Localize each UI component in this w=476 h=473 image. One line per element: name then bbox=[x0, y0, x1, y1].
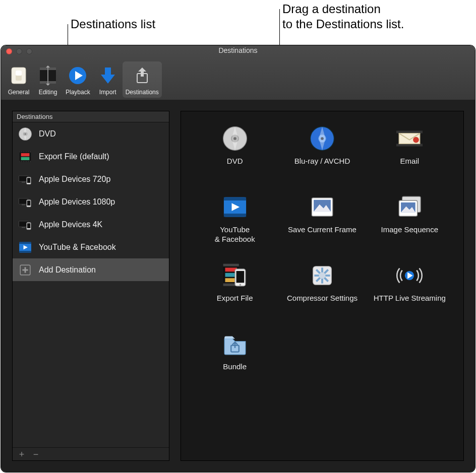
tab-label: General bbox=[8, 89, 30, 96]
palette-item-export-file[interactable]: Export File bbox=[191, 258, 278, 327]
tab-label: Editing bbox=[39, 89, 57, 96]
bluray-icon bbox=[308, 124, 336, 153]
callout-right-line2: to the Destinations list. bbox=[282, 17, 404, 31]
palette-item-label: DVD bbox=[227, 157, 243, 166]
dvd-icon bbox=[221, 124, 249, 153]
palette-item-label: Blu-ray / AVCHD bbox=[294, 157, 350, 166]
palette-item-dvd[interactable]: DVD bbox=[191, 121, 278, 190]
callout-right-line1: Drag a destination bbox=[282, 2, 381, 16]
palette-item-label: Image Sequence bbox=[381, 225, 438, 235]
callout-left: Destinations list bbox=[71, 17, 155, 31]
devices-icon bbox=[18, 217, 33, 232]
play-circle-icon bbox=[68, 65, 88, 86]
palette-item-label: Save Current Frame bbox=[288, 225, 356, 235]
sidebar-item-youtube-facebook[interactable]: YouTube & Facebook bbox=[13, 236, 169, 258]
sidebar-item-apple-720p[interactable]: Apple Devices 720p bbox=[13, 168, 169, 190]
folder-icon bbox=[221, 330, 249, 358]
remove-button[interactable]: − bbox=[32, 450, 40, 459]
sidebar-item-add-destination[interactable]: Add Destination bbox=[13, 258, 169, 281]
destinations-list-body: DVD Export File (default) Apple Devices … bbox=[13, 122, 169, 447]
palette-item-label: Email bbox=[400, 157, 420, 166]
content: Destinations DVD Export File (default) A… bbox=[1, 100, 475, 472]
destinations-list-footer: + − bbox=[13, 447, 169, 460]
sidebar-item-apple-4k[interactable]: Apple Devices 4K bbox=[13, 213, 169, 236]
film-device-icon bbox=[221, 261, 249, 290]
palette-item-bluray[interactable]: Blu-ray / AVCHD bbox=[278, 121, 366, 190]
sidebar-item-apple-1080p[interactable]: Apple Devices 1080p bbox=[13, 190, 169, 213]
video-play-icon bbox=[18, 240, 33, 255]
tab-label: Playback bbox=[66, 89, 90, 96]
window-title: Destinations bbox=[1, 46, 475, 54]
photo-icon bbox=[308, 193, 336, 221]
tab-label: Destinations bbox=[126, 89, 159, 96]
video-play-icon bbox=[221, 193, 249, 221]
switch-icon bbox=[9, 65, 29, 86]
filmstrip-icon bbox=[18, 149, 33, 164]
sidebar-item-label: Apple Devices 1080p bbox=[39, 197, 115, 207]
email-icon bbox=[395, 124, 424, 153]
plus-box-icon bbox=[18, 262, 33, 278]
sidebar-item-label: Apple Devices 720p bbox=[39, 175, 110, 184]
arrow-down-icon bbox=[98, 65, 118, 86]
tab-label: Import bbox=[99, 89, 116, 96]
palette-item-image-sequence[interactable]: Image Sequence bbox=[366, 190, 453, 258]
sidebar-item-label: YouTube & Facebook bbox=[39, 243, 116, 252]
palette-item-youtube-facebook[interactable]: YouTube & Facebook bbox=[191, 190, 278, 258]
preferences-window: Destinations General Editing Playback bbox=[1, 45, 475, 472]
destination-palette: DVD Blu-ray / AVCHD Email YouTube & Face… bbox=[181, 111, 464, 461]
add-button[interactable]: + bbox=[18, 450, 26, 459]
sidebar-item-label: Add Destination bbox=[39, 265, 96, 275]
tab-general[interactable]: General bbox=[4, 61, 33, 98]
streaming-icon bbox=[395, 261, 424, 290]
tab-playback[interactable]: Playback bbox=[63, 61, 93, 98]
palette-item-label: Export File bbox=[217, 294, 253, 303]
photo-stack-icon bbox=[395, 193, 424, 221]
palette-item-compressor[interactable]: Compressor Settings bbox=[278, 258, 366, 327]
destinations-list-header: Destinations bbox=[13, 111, 169, 122]
palette-item-http-streaming[interactable]: HTTP Live Streaming bbox=[366, 258, 453, 327]
palette-item-label: YouTube & Facebook bbox=[215, 225, 255, 244]
palette-item-label: HTTP Live Streaming bbox=[374, 294, 446, 303]
palette-item-label: Compressor Settings bbox=[287, 294, 358, 303]
share-icon bbox=[132, 65, 152, 86]
tab-destinations[interactable]: Destinations bbox=[123, 61, 162, 98]
tab-editing[interactable]: Editing bbox=[33, 61, 63, 98]
filmstrip-icon bbox=[38, 65, 58, 86]
palette-item-bundle[interactable]: Bundle bbox=[191, 327, 278, 395]
sidebar-item-label: DVD bbox=[39, 129, 56, 139]
sidebar-item-export-file[interactable]: Export File (default) bbox=[13, 145, 169, 168]
devices-icon bbox=[18, 194, 33, 210]
toolbar: General Editing Playback Import Destinat bbox=[1, 56, 475, 100]
titlebar: Destinations bbox=[1, 45, 475, 56]
dvd-icon bbox=[18, 126, 33, 142]
palette-item-email[interactable]: Email bbox=[366, 121, 453, 190]
palette-item-save-frame[interactable]: Save Current Frame bbox=[278, 190, 366, 258]
devices-icon bbox=[18, 172, 33, 187]
sidebar-item-dvd[interactable]: DVD bbox=[13, 122, 169, 145]
compressor-icon bbox=[308, 261, 336, 290]
sidebar-item-label: Apple Devices 4K bbox=[39, 220, 102, 229]
tab-import[interactable]: Import bbox=[93, 61, 123, 98]
palette-item-label: Bundle bbox=[223, 362, 247, 372]
sidebar-item-label: Export File (default) bbox=[39, 152, 109, 161]
destinations-list: Destinations DVD Export File (default) A… bbox=[12, 111, 169, 461]
